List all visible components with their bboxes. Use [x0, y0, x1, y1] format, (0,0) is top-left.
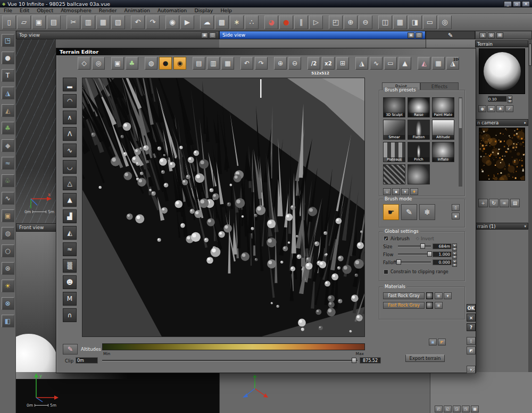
ring-object-icon[interactable]: ○	[2, 245, 14, 257]
display-list-icon[interactable]: ▤	[510, 199, 520, 207]
scrollbar-thumb[interactable]	[529, 44, 531, 66]
pause-render-icon[interactable]: ∥	[294, 15, 308, 29]
size-value[interactable]: 684m	[433, 243, 452, 249]
menu-animation[interactable]: Animation	[121, 7, 154, 13]
raise-terrain-button[interactable]: ◮	[355, 57, 368, 70]
zoom-out-icon[interactable]: ⊖	[359, 15, 372, 29]
brush-profile-icon[interactable]: Λ	[63, 127, 77, 141]
slider-handle[interactable]	[427, 251, 432, 257]
paint-mode-icon[interactable]: ✎	[401, 204, 417, 220]
flow-value[interactable]: 1.000	[433, 251, 452, 257]
text-object-icon[interactable]: T	[2, 69, 14, 82]
freeze-mode-icon[interactable]: ❄	[419, 204, 435, 220]
taskbar-window-icon[interactable]: ◳	[462, 406, 470, 412]
clip-mask-button[interactable]: ▦	[432, 57, 445, 70]
object-library-icon[interactable]: ▩	[215, 15, 229, 29]
terrain-object-icon[interactable]: ◮	[2, 87, 14, 99]
material-preview[interactable]	[426, 292, 433, 299]
terrain-object-preview[interactable]	[479, 48, 525, 94]
display-smooth-button[interactable]: ●	[159, 57, 172, 70]
camera-view-viewport[interactable]	[219, 372, 430, 413]
new-scene-icon[interactable]: ▯	[2, 15, 16, 29]
size-spinner[interactable]: ▴▾	[452, 243, 457, 250]
light-object-icon[interactable]: ☀	[2, 280, 14, 292]
brush-profile-icon[interactable]: ◡	[63, 160, 77, 174]
viewport-display-mode-icon[interactable]: ▣	[408, 32, 414, 38]
slider-handle[interactable]	[420, 243, 425, 249]
layer-panel-header[interactable]: rrain (1) ▾	[475, 223, 528, 230]
orbit-view-icon[interactable]: ↻	[489, 199, 498, 207]
brush-preset-smear[interactable]: Smear	[383, 120, 405, 140]
material-editor-icon[interactable]: ◕	[264, 15, 278, 29]
dual-display-icon[interactable]: ▭	[423, 15, 437, 29]
primitive-box-icon[interactable]: ▣	[2, 209, 14, 222]
brush-preset-extra[interactable]	[408, 164, 430, 184]
smooth-terrain-button[interactable]: ▭	[384, 57, 397, 70]
brush-profile-icon[interactable]: ∩	[63, 308, 77, 322]
render-display-icon[interactable]: ▶	[180, 15, 194, 29]
zoom-in-icon[interactable]: ⊕	[344, 15, 358, 29]
close-button[interactable]: ×	[522, 1, 530, 7]
clip-input[interactable]	[76, 357, 98, 364]
camera-panel-header[interactable]: n camera ▸	[475, 119, 528, 126]
menu-render[interactable]: Render	[95, 7, 121, 13]
clip-slider[interactable]	[102, 358, 358, 364]
terrain-page-icon[interactable]: ▯	[467, 337, 476, 345]
preset-folder-icon[interactable]: ▾	[401, 188, 409, 195]
scrollbar-thumb[interactable]	[459, 98, 462, 128]
erode-terrain-button[interactable]: ∿	[370, 57, 383, 70]
paint-vegetation-button[interactable]: ♣	[126, 57, 138, 70]
zoom-region-icon[interactable]: ◰	[329, 15, 343, 29]
flow-spinner[interactable]: ▴▾	[452, 251, 457, 258]
brush-profile-icon[interactable]: ▲	[63, 193, 77, 207]
brush-profile-icon[interactable]: ≈	[63, 242, 77, 256]
viewport-maximize-icon[interactable]: ◫	[415, 32, 422, 38]
top-view-viewport[interactable]: x 0m 5m	[16, 39, 56, 223]
paste-into-icon[interactable]: ▧	[111, 15, 125, 29]
menu-object[interactable]: Object	[33, 7, 57, 13]
terrain-value-input[interactable]	[488, 96, 507, 102]
redo-button[interactable]: ↷	[255, 57, 268, 70]
copy-picture-button[interactable]: ▥	[207, 57, 220, 70]
brush-profile-icon[interactable]: ◭	[63, 226, 77, 240]
materials-tab-icon[interactable]: ◍	[488, 32, 495, 38]
wireframe-display-icon[interactable]: ◳	[2, 34, 14, 47]
sphere-object-icon[interactable]: ●	[2, 52, 14, 64]
double-resolution-button[interactable]: x2	[322, 57, 335, 70]
menu-automation[interactable]: Automation	[154, 7, 190, 13]
brush-profile-icon[interactable]: △	[63, 176, 77, 190]
undo-button[interactable]: ↶	[240, 57, 253, 70]
material-preview[interactable]	[426, 302, 433, 309]
view-2d-button[interactable]: ◮2D	[446, 57, 459, 70]
zoom-in-button[interactable]: ⊕	[274, 57, 287, 70]
brush-profile-icon[interactable]: ∿	[63, 144, 77, 157]
brush-profile-icon[interactable]: ◠	[63, 94, 77, 108]
save-scene-icon[interactable]: ▣	[32, 15, 46, 29]
display-textured-button[interactable]: ◉	[173, 57, 186, 70]
brush-profile-icon[interactable]: M	[63, 292, 77, 306]
ok-button[interactable]: OK	[467, 304, 476, 312]
brush-profile-icon[interactable]: ▟	[63, 209, 77, 223]
airbrush-checkbox[interactable]: ✓	[384, 236, 388, 241]
brush-profile-icon[interactable]: ∧	[63, 111, 77, 124]
altitude-gradient-bar[interactable]	[102, 343, 365, 350]
minimize-button[interactable]: _	[504, 1, 512, 7]
brush-preset-extra[interactable]	[383, 164, 405, 184]
mask-clear-icon[interactable]: ▪	[452, 213, 460, 220]
tab-effects[interactable]: Effects	[420, 82, 459, 90]
water-object-icon[interactable]: ≈	[2, 157, 14, 170]
pick-altitude-button[interactable]: ▲	[398, 57, 411, 70]
material-menu-icon[interactable]: ≡	[435, 302, 443, 309]
flow-slider[interactable]	[398, 254, 431, 255]
size-slider[interactable]	[398, 246, 431, 247]
redo-icon[interactable]: ↷	[146, 15, 160, 29]
copy-terrain-button[interactable]: ▤	[193, 57, 205, 70]
display-wireframe-button[interactable]: ◍	[145, 57, 157, 70]
resume-render-icon[interactable]: ▷	[309, 15, 323, 29]
brush-preset-flatten[interactable]: Flatten	[408, 120, 430, 140]
terrain-preview-canvas[interactable]	[82, 78, 365, 337]
brush-preset-plateaus[interactable]: Plateaus	[383, 142, 405, 162]
menu-atmosphere[interactable]: Atmosphere	[57, 7, 95, 13]
menu-file[interactable]: File	[0, 7, 16, 13]
scatter-icon[interactable]: ⊛	[2, 262, 14, 275]
